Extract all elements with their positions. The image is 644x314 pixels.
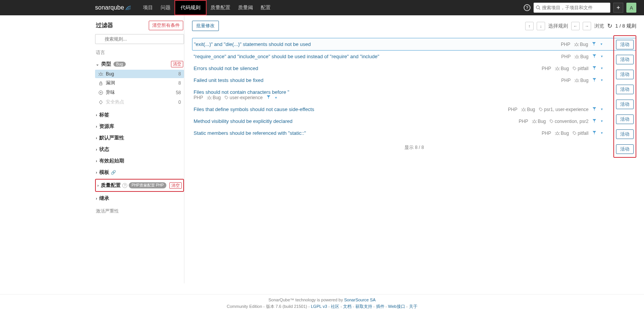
rule-title[interactable]: Files should not contain characters befo… (194, 89, 635, 100)
activate-button[interactable]: 活动 (616, 55, 634, 64)
facet-状态-header[interactable]: ›状态 (95, 144, 184, 155)
rules-search-input[interactable] (95, 34, 184, 44)
facet-qp-label: 质量配置 (101, 182, 121, 189)
dropdown-icon[interactable]: ▼ (600, 108, 603, 111)
clear-all-button[interactable]: 清空所有条件 (149, 21, 183, 30)
svg-line-15 (574, 44, 575, 44)
logo[interactable]: sonarqube (95, 4, 131, 11)
facet-type-clear[interactable]: 清空 (171, 61, 183, 67)
svg-point-43 (522, 109, 525, 111)
facet-quality-profile-header[interactable]: › 质量配置 ? PHP质量配置 PHP 清空 (97, 180, 182, 190)
svg-line-24 (578, 58, 579, 58)
filter-icon[interactable] (592, 66, 596, 71)
global-search[interactable] (534, 3, 610, 13)
filter-icon[interactable] (592, 131, 596, 136)
rule-type: Bug (574, 42, 588, 47)
facet-template-label: 模板 (99, 169, 109, 176)
dropdown-icon[interactable]: ▼ (274, 96, 278, 100)
rule-title[interactable]: Static members should be referenced with… (194, 130, 542, 136)
facet-type-header[interactable]: ⌄ 类型 Bug 清空 (95, 58, 184, 70)
bug-icon (98, 72, 104, 76)
dropdown-icon[interactable]: ▼ (600, 55, 603, 58)
rule-row[interactable]: Failed unit tests should be fixedPHP Bug… (192, 74, 636, 86)
svg-line-36 (578, 82, 579, 82)
rule-title[interactable]: "exit(...)" and "die(...)" statements sh… (194, 41, 561, 47)
dropdown-icon[interactable]: ▼ (600, 43, 603, 46)
nav-质量配置[interactable]: 质量配置 (207, 0, 234, 15)
facet-template-header[interactable]: › 模板 🔗 (95, 167, 184, 178)
rule-title[interactable]: "require_once" and "include_once" should… (194, 54, 561, 59)
nav-质量阈[interactable]: 质量阈 (234, 0, 257, 15)
facet-item-count: 0 (178, 100, 181, 105)
reload-icon[interactable]: ↻ (607, 22, 612, 29)
dropdown-icon[interactable]: ▼ (600, 78, 603, 82)
facet-标签-header[interactable]: ›标签 (95, 109, 184, 121)
activate-button[interactable]: 活动 (616, 144, 634, 154)
rule-row[interactable]: Static members should be referenced with… (192, 127, 636, 139)
facet-资源库-header[interactable]: ›资源库 (95, 121, 184, 132)
nav-down-button[interactable]: ↓ (537, 22, 545, 30)
dropdown-icon[interactable]: ▼ (600, 131, 603, 135)
facet-type-item-Bug[interactable]: Bug8 (95, 70, 184, 78)
facet-item-label: 漏洞 (106, 80, 115, 86)
chevron-right-icon: › (97, 183, 99, 188)
rule-tags: pitfall (573, 66, 588, 71)
filter-icon[interactable] (592, 119, 596, 124)
bulk-change-button[interactable]: 批量修改 (192, 21, 219, 31)
create-button[interactable]: + (613, 3, 623, 13)
facet-有效起始期-header[interactable]: ›有效起始期 (95, 155, 184, 167)
filter-icon[interactable] (592, 78, 596, 83)
nav-next-button[interactable]: → (583, 22, 591, 30)
facet-quality-profile-highlight: › 质量配置 ? PHP质量配置 PHP 清空 (95, 179, 184, 192)
filter-icon[interactable] (266, 95, 271, 100)
rule-title[interactable]: Failed unit tests should be fixed (194, 77, 561, 83)
filter-icon[interactable] (592, 42, 596, 47)
nav-代码规则[interactable]: 代码规则 (174, 0, 207, 15)
avatar[interactable]: A (626, 3, 636, 13)
dropdown-icon[interactable]: ▼ (600, 67, 603, 70)
rule-tags: convention, psr2 (550, 119, 588, 124)
chevron-right-icon: › (96, 124, 97, 129)
filter-icon[interactable] (592, 54, 596, 59)
rule-lang: PHP (542, 131, 551, 136)
facet-type-item-漏洞[interactable]: 漏洞8 (95, 78, 184, 88)
global-search-input[interactable] (542, 5, 608, 10)
rule-row[interactable]: "require_once" and "include_once" should… (192, 51, 636, 62)
rule-row[interactable]: Files that define symbols should not cau… (192, 103, 636, 115)
rules-main: 批量修改 ↑ ↓ 选择规则 ← → 浏览 ↻ 1 / 8 规则 "exit(..… (184, 15, 644, 283)
facet-默认严重性-header[interactable]: ›默认严重性 (95, 132, 184, 144)
rule-row[interactable]: "exit(...)" and "die(...)" statements sh… (192, 38, 636, 51)
rule-type: Bug (575, 78, 588, 83)
filter-icon[interactable] (592, 107, 596, 112)
rule-tags: psr1, user-experience (539, 107, 588, 112)
facet-inheritance-header[interactable]: › 继承 (95, 193, 184, 204)
facet-qp-clear[interactable]: 清空 (169, 182, 182, 189)
activate-button[interactable]: 活动 (616, 129, 634, 139)
facet-type-item-异味[interactable]: 异味58 (95, 88, 184, 97)
nav-配置[interactable]: 配置 (257, 0, 274, 15)
rule-row[interactable]: Method visibility should be explicitly d… (192, 115, 636, 127)
svg-point-55 (556, 132, 559, 135)
rule-row[interactable]: Errors should not be silencedPHP Bug pit… (192, 62, 636, 74)
rule-title[interactable]: Files that define symbols should not cau… (194, 106, 508, 112)
chevron-right-icon: › (96, 159, 97, 163)
activate-button[interactable]: 活动 (616, 100, 634, 109)
dropdown-icon[interactable]: ▼ (600, 119, 603, 123)
rule-tags: pitfall (573, 131, 588, 136)
svg-line-40 (211, 97, 212, 97)
activate-button[interactable]: 活动 (616, 70, 634, 79)
nav-up-button[interactable]: ↑ (525, 22, 534, 30)
nav-问题[interactable]: 问题 (157, 0, 174, 15)
activate-button[interactable]: 活动 (616, 85, 634, 94)
svg-point-12 (100, 92, 102, 93)
rule-title[interactable]: Method visibility should be explicitly d… (194, 118, 519, 124)
svg-line-27 (555, 68, 556, 68)
nav-prev-button[interactable]: ← (571, 22, 580, 30)
activate-button[interactable]: 活动 (616, 114, 634, 124)
help-icon[interactable]: ? (122, 183, 127, 188)
help-icon[interactable]: ? (524, 4, 531, 11)
activate-button[interactable]: 活动 (616, 40, 634, 49)
nav-项目[interactable]: 项目 (139, 0, 157, 15)
rule-title[interactable]: Errors should not be silenced (194, 65, 542, 71)
rule-row[interactable]: Files should not contain characters befo… (192, 86, 636, 103)
